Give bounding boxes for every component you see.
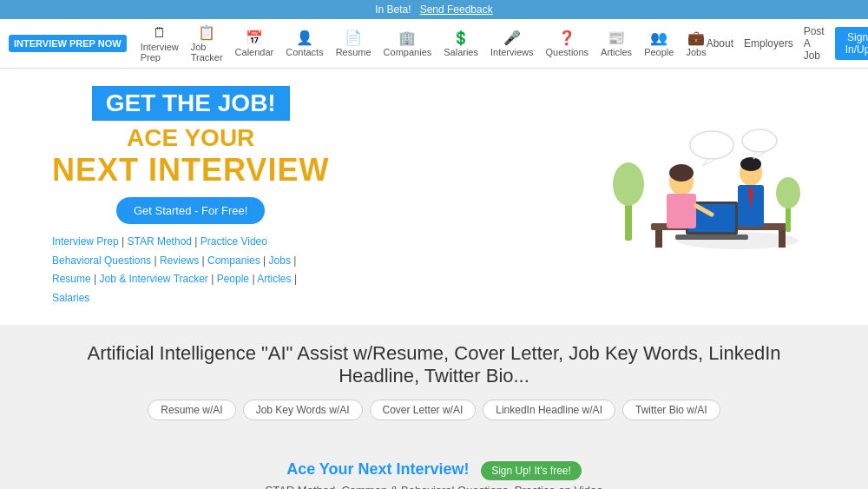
svg-point-2 [613,162,644,206]
jobs-icon: 💼 [687,30,705,46]
calendar-label: Calendar [235,47,274,57]
nav-item-questions[interactable]: ❓Questions [546,30,589,57]
hero-links-line3: Resume | Job & Interview Tracker | Peopl… [52,270,329,289]
people-link[interactable]: People [217,273,249,285]
job-interview-tracker-link[interactable]: Job & Interview Tracker [99,273,207,285]
brand-logo[interactable]: INTERVIEW PREP NOW [9,35,127,52]
svg-point-22 [776,177,800,208]
nav-item-contacts[interactable]: 👤Contacts [286,30,323,57]
companies-link[interactable]: Companies [207,254,260,267]
hero-links-line1: Interview Prep | STAR Method | Practice … [52,233,329,252]
ai-title: Artificial Intelligence "AI" Assist w/Re… [52,342,816,387]
questions-label: Questions [546,47,589,57]
nav-item-companies[interactable]: 🏢Companies [384,30,432,57]
svg-point-16 [740,157,761,171]
top-nav-right: AboutEmployersPost A JobSign In/Up [707,25,868,62]
interview-prep-icon: 🗒 [153,25,167,41]
resume-link[interactable]: Resume [52,273,91,285]
svg-marker-20 [753,152,766,159]
ace-subtitle: STAR Method, Common & Behavioral Questio… [52,484,816,489]
nav-right-about[interactable]: About [707,37,733,50]
svg-point-17 [690,131,733,159]
nav-item-jobs[interactable]: 💼Jobs [686,30,706,57]
svg-point-19 [742,129,777,152]
contacts-icon: 👤 [296,30,313,46]
top-nav-left: INTERVIEW PREP NOW 🗒Interview Prep📋Job T… [9,24,707,63]
salaries-link[interactable]: Salaries [52,292,89,304]
resume-icon: 📄 [345,30,362,46]
interview-prep-link[interactable]: Interview Prep [52,235,119,248]
star-method-link[interactable]: STAR Method [128,235,192,248]
reviews-link[interactable]: Reviews [160,254,199,267]
salaries-icon: 💲 [452,30,470,46]
top-nav: INTERVIEW PREP NOW 🗒Interview Prep📋Job T… [0,19,868,69]
ai-tab-twitter-ai[interactable]: Twitter Bio w/AI [622,400,720,420]
hero-illustration [599,119,807,275]
svg-rect-8 [675,235,748,240]
job-tracker-label: Job Tracker [191,42,223,63]
nav-item-interviews[interactable]: 🎤Interviews [490,30,534,57]
nav-item-salaries[interactable]: 💲Salaries [444,30,478,57]
interview-prep-label: Interview Prep [141,42,179,63]
questions-icon: ❓ [558,30,575,46]
ai-tabs: Resume w/AIJob Key Words w/AICover Lette… [52,400,816,420]
hero-links-line4: Salaries [52,289,329,308]
salaries-label: Salaries [444,47,478,57]
hero-left: GET THE JOB! ACE YOUR NEXT INTERVIEW Get… [52,86,329,307]
svg-point-11 [669,164,694,182]
hero-ace-line: ACE YOUR [52,124,329,152]
nav-item-resume[interactable]: 📄Resume [336,30,372,57]
interview-section: Ace Your Next Interview! Sign Up! It's f… [0,452,868,489]
signup-inline-button[interactable]: Sign Up! It's free! [481,461,582,480]
ai-tab-cover-letter-ai[interactable]: Cover Letter w/AI [370,400,477,420]
interviews-icon: 🎤 [503,30,521,46]
nav-item-articles[interactable]: 📰Articles [601,30,632,57]
resume-label: Resume [336,47,372,57]
svg-rect-5 [779,230,786,248]
hero-section: GET THE JOB! ACE YOUR NEXT INTERVIEW Get… [0,69,868,325]
nav-right-employers[interactable]: Employers [744,37,793,50]
ai-tab-resume-ai[interactable]: Resume w/AI [148,400,235,420]
signin-button[interactable]: Sign In/Up [835,27,868,60]
companies-label: Companies [384,47,432,57]
hero-right [590,119,816,275]
hero-next-line: NEXT INTERVIEW [52,152,329,188]
nav-items: 🗒Interview Prep📋Job Tracker📅Calendar👤Con… [141,24,707,63]
interviews-label: Interviews [490,47,534,57]
people-label: People [644,47,674,57]
practice-video-link[interactable]: Practice Video [201,235,267,248]
companies-icon: 🏢 [398,30,416,46]
hero-cta: Get Started - For Free! [52,197,329,224]
ace-title: Ace Your Next Interview! [286,460,469,478]
svg-rect-4 [655,230,662,248]
ai-tab-linkedin-ai[interactable]: LinkedIn Headline w/AI [483,400,615,420]
svg-marker-18 [703,159,716,166]
nav-item-calendar[interactable]: 📅Calendar [235,30,274,57]
articles-icon: 📰 [608,30,625,46]
nav-item-people[interactable]: 👥People [644,30,674,57]
contacts-label: Contacts [286,47,323,57]
people-icon: 👥 [650,30,667,46]
hero-tag-line: GET THE JOB! [92,86,290,121]
nav-item-interview-prep[interactable]: 🗒Interview Prep [141,25,179,63]
beta-text: In Beta! [375,3,411,16]
articles-label: Articles [601,47,632,57]
beta-bar: In Beta! Send Feedback [0,0,868,19]
ai-tab-job-keywords-ai[interactable]: Job Key Words w/AI [243,400,363,420]
nav-item-job-tracker[interactable]: 📋Job Tracker [191,24,223,63]
nav-right-post-a-job[interactable]: Post A Job [804,25,825,62]
send-feedback-link[interactable]: Send Feedback [420,3,493,16]
hero-links-line2: Behavioral Questions | Reviews | Compani… [52,252,329,271]
get-started-button[interactable]: Get Started - For Free! [116,197,266,224]
behavioral-questions-link[interactable]: Behavioral Questions [52,254,151,267]
calendar-icon: 📅 [246,30,263,46]
ai-section: Artificial Intelligence "AI" Assist w/Re… [0,325,868,452]
hero-links: Interview Prep | STAR Method | Practice … [52,233,329,307]
jobs-label: Jobs [686,47,706,57]
svg-rect-10 [667,194,696,228]
job-tracker-icon: 📋 [198,24,215,41]
jobs-link[interactable]: Jobs [269,254,291,267]
articles-link[interactable]: Articles [257,273,291,285]
